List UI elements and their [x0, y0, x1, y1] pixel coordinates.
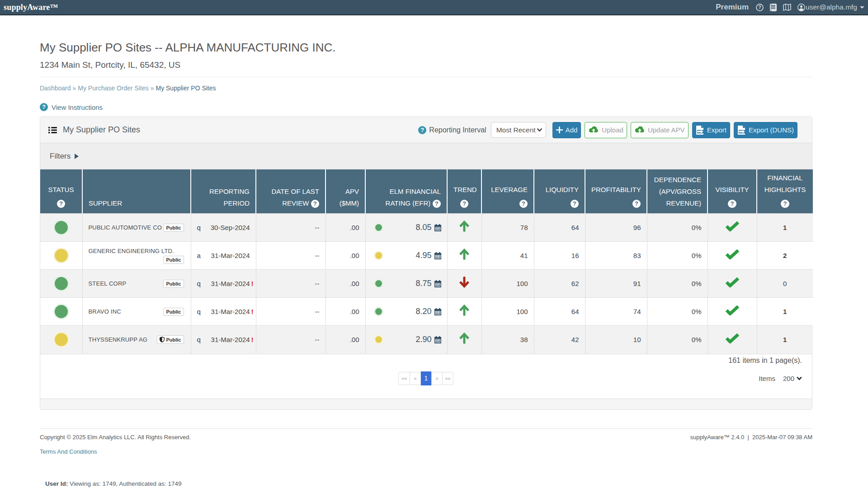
svg-text:?: ?	[758, 5, 761, 10]
